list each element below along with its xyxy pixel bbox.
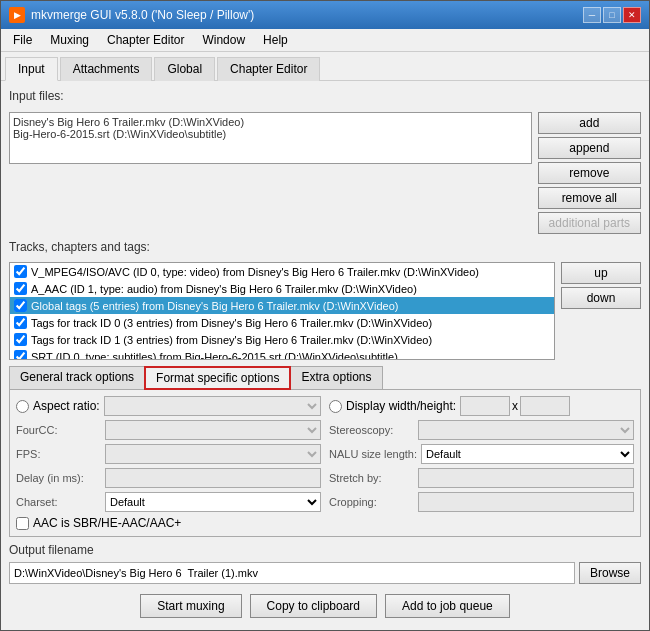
- opt-tab-extra[interactable]: Extra options: [290, 366, 382, 390]
- fps-select[interactable]: [105, 444, 321, 464]
- remove-button[interactable]: remove: [538, 162, 641, 184]
- copy-to-clipboard-button[interactable]: Copy to clipboard: [250, 594, 377, 618]
- cropping-row: Cropping:: [329, 492, 634, 512]
- track-text-3: Tags for track ID 0 (3 entries) from Dis…: [31, 317, 432, 329]
- aspect-ratio-radio: Aspect ratio:: [16, 399, 100, 413]
- input-files-box[interactable]: Disney's Big Hero 6 Trailer.mkv (D:\WinX…: [9, 112, 532, 164]
- tab-chapter-editor[interactable]: Chapter Editor: [217, 57, 320, 81]
- menu-help[interactable]: Help: [255, 31, 296, 49]
- track-text-2: Global tags (5 entries) from Disney's Bi…: [31, 300, 398, 312]
- display-wh-label: Display width/height:: [346, 399, 456, 413]
- track-checkbox-5[interactable]: [14, 350, 27, 360]
- display-width-input[interactable]: [460, 396, 510, 416]
- maximize-button[interactable]: □: [603, 7, 621, 23]
- track-text-0: V_MPEG4/ISO/AVC (ID 0, type: video) from…: [31, 266, 479, 278]
- display-wh-row: Display width/height: x: [329, 396, 634, 416]
- menu-file[interactable]: File: [5, 31, 40, 49]
- track-text-1: A_AAC (ID 1, type: audio) from Disney's …: [31, 283, 417, 295]
- close-button[interactable]: ✕: [623, 7, 641, 23]
- display-wh-radio-input[interactable]: [329, 400, 342, 413]
- stereoscopy-select[interactable]: [418, 420, 634, 440]
- options-section: General track options Format specific op…: [9, 366, 641, 537]
- output-section: Output filename D:\WinXVideo\Disney's Bi…: [9, 543, 641, 584]
- track-up-button[interactable]: up: [561, 262, 641, 284]
- charset-label: Charset:: [16, 496, 101, 508]
- track-checkbox-1[interactable]: [14, 282, 27, 295]
- menu-muxing[interactable]: Muxing: [42, 31, 97, 49]
- title-bar: ▶ mkvmerge GUI v5.8.0 ('No Sleep / Pillo…: [1, 1, 649, 29]
- stereoscopy-label: Stereoscopy:: [329, 424, 414, 436]
- menu-chapter-editor[interactable]: Chapter Editor: [99, 31, 192, 49]
- charset-select[interactable]: Default: [105, 492, 321, 512]
- x-separator: x: [512, 399, 518, 413]
- delay-label: Delay (in ms):: [16, 472, 101, 484]
- stretch-label: Stretch by:: [329, 472, 414, 484]
- output-input[interactable]: D:\WinXVideo\Disney's Big Hero 6 Trailer…: [9, 562, 575, 584]
- track-text-4: Tags for track ID 1 (3 entries) from Dis…: [31, 334, 432, 346]
- aac-checkbox-row: AAC is SBR/HE-AAC/AAC+: [16, 516, 321, 530]
- tab-attachments[interactable]: Attachments: [60, 57, 153, 81]
- delay-row: Delay (in ms):: [16, 468, 321, 488]
- app-icon: ▶: [9, 7, 25, 23]
- input-files-label: Input files:: [9, 89, 641, 103]
- track-checkbox-2[interactable]: [14, 299, 27, 312]
- options-content: Aspect ratio: FourCC:: [9, 389, 641, 537]
- track-item-5[interactable]: SRT (ID 0, type: subtitles) from Big-Her…: [10, 348, 554, 360]
- tab-global[interactable]: Global: [154, 57, 215, 81]
- display-height-input[interactable]: [520, 396, 570, 416]
- track-item-1[interactable]: A_AAC (ID 1, type: audio) from Disney's …: [10, 280, 554, 297]
- aspect-ratio-row: Aspect ratio:: [16, 396, 321, 416]
- track-item-3[interactable]: Tags for track ID 0 (3 entries) from Dis…: [10, 314, 554, 331]
- menu-bar: File Muxing Chapter Editor Window Help: [1, 29, 649, 52]
- options-grid: Aspect ratio: FourCC:: [16, 396, 634, 530]
- aac-label: AAC is SBR/HE-AAC/AAC+: [33, 516, 181, 530]
- tracks-box[interactable]: V_MPEG4/ISO/AVC (ID 0, type: video) from…: [9, 262, 555, 360]
- main-window: ▶ mkvmerge GUI v5.8.0 ('No Sleep / Pillo…: [0, 0, 650, 631]
- nalu-select[interactable]: Default: [421, 444, 634, 464]
- tracks-section: V_MPEG4/ISO/AVC (ID 0, type: video) from…: [9, 262, 641, 360]
- cropping-input[interactable]: [418, 492, 634, 512]
- window-title: mkvmerge GUI v5.8.0 ('No Sleep / Pillow'…: [31, 8, 254, 22]
- tab-input[interactable]: Input: [5, 57, 58, 81]
- fps-label: FPS:: [16, 448, 101, 460]
- add-to-job-queue-button[interactable]: Add to job queue: [385, 594, 510, 618]
- menu-window[interactable]: Window: [194, 31, 253, 49]
- input-files-section: Disney's Big Hero 6 Trailer.mkv (D:\WinX…: [9, 112, 641, 234]
- stereoscopy-row: Stereoscopy:: [329, 420, 634, 440]
- append-button[interactable]: append: [538, 137, 641, 159]
- track-item-2[interactable]: Global tags (5 entries) from Disney's Bi…: [10, 297, 554, 314]
- delay-input[interactable]: [105, 468, 321, 488]
- track-item-0[interactable]: V_MPEG4/ISO/AVC (ID 0, type: video) from…: [10, 263, 554, 280]
- start-muxing-button[interactable]: Start muxing: [140, 594, 241, 618]
- input-file-1: Disney's Big Hero 6 Trailer.mkv (D:\WinX…: [13, 116, 528, 128]
- browse-button[interactable]: Browse: [579, 562, 641, 584]
- bottom-buttons: Start muxing Copy to clipboard Add to jo…: [9, 590, 641, 622]
- opt-tab-format[interactable]: Format specific options: [144, 366, 291, 390]
- fourcc-select[interactable]: [105, 420, 321, 440]
- fourcc-label: FourCC:: [16, 424, 101, 436]
- fourcc-row: FourCC:: [16, 420, 321, 440]
- cropping-label: Cropping:: [329, 496, 414, 508]
- nalu-label: NALU size length:: [329, 448, 417, 460]
- tracks-label: Tracks, chapters and tags:: [9, 240, 641, 254]
- track-item-4[interactable]: Tags for track ID 1 (3 entries) from Dis…: [10, 331, 554, 348]
- tabs-bar: Input Attachments Global Chapter Editor: [1, 52, 649, 81]
- aspect-ratio-select[interactable]: [104, 396, 321, 416]
- track-checkbox-0[interactable]: [14, 265, 27, 278]
- track-checkbox-4[interactable]: [14, 333, 27, 346]
- track-down-button[interactable]: down: [561, 287, 641, 309]
- aspect-ratio-radio-input[interactable]: [16, 400, 29, 413]
- stretch-row: Stretch by:: [329, 468, 634, 488]
- stretch-input[interactable]: [418, 468, 634, 488]
- input-file-2: Big-Hero-6-2015.srt (D:\WinXVideo\subtit…: [13, 128, 528, 140]
- opt-tab-general[interactable]: General track options: [9, 366, 145, 390]
- additional-parts-button[interactable]: additional parts: [538, 212, 641, 234]
- output-row: D:\WinXVideo\Disney's Big Hero 6 Trailer…: [9, 562, 641, 584]
- add-button[interactable]: add: [538, 112, 641, 134]
- aac-checkbox[interactable]: [16, 517, 29, 530]
- charset-row: Charset: Default: [16, 492, 321, 512]
- remove-all-button[interactable]: remove all: [538, 187, 641, 209]
- input-files-buttons: add append remove remove all additional …: [538, 112, 641, 234]
- track-checkbox-3[interactable]: [14, 316, 27, 329]
- minimize-button[interactable]: ─: [583, 7, 601, 23]
